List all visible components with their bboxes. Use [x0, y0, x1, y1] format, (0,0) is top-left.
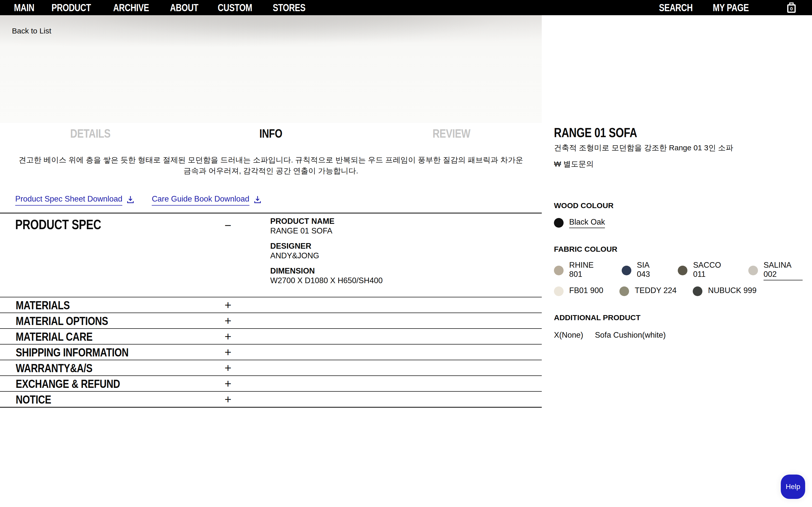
expand-icon[interactable]: +: [224, 299, 232, 311]
swatch-label: FB01 900: [569, 286, 603, 297]
download-links: Product Spec Sheet Download Care Guide B…: [15, 194, 542, 206]
accordion-row-exchange-refund[interactable]: EXCHANGE & REFUND +: [0, 376, 542, 391]
tab-review[interactable]: REVIEW: [361, 126, 542, 140]
colour-swatch-dot: [622, 266, 631, 275]
back-to-list-link[interactable]: Back to List: [12, 26, 51, 35]
wood-swatch-black-oak[interactable]: Black Oak: [554, 218, 605, 228]
fabric-swatch-sia-043[interactable]: SIA 043: [622, 261, 662, 280]
spec-field: PRODUCT NAME RANGE 01 SOFA: [270, 217, 383, 236]
nav-right-group: SEARCH MY PAGE 0: [659, 1, 797, 14]
accordion-row-materials[interactable]: MATERIALS +: [0, 297, 542, 313]
nav-item-my-page[interactable]: MY PAGE: [713, 2, 758, 13]
spec-field-value: ANDY&JONG: [270, 251, 383, 261]
accordion-section-product-spec[interactable]: PRODUCT SPEC − PRODUCT NAME RANGE 01 SOF…: [0, 213, 542, 297]
swatch-label: SALINA 002: [764, 261, 803, 280]
cart-button[interactable]: 0: [785, 1, 797, 14]
additional-product-options: X(None) Sofa Cushion(white): [554, 331, 803, 340]
wood-colour-heading: WOOD COLOUR: [554, 201, 803, 210]
accordion-row-material-options[interactable]: MATERIAL OPTIONS +: [0, 313, 542, 328]
colour-swatch-dot: [748, 266, 758, 275]
top-navigation: MAIN PRODUCT ARCHIVE ABOUT CUSTOM STORES…: [0, 0, 812, 15]
swatch-label: Black Oak: [569, 218, 605, 228]
nav-item-main[interactable]: MAIN: [14, 2, 39, 13]
accordion-row-material-care[interactable]: MATERIAL CARE +: [0, 328, 542, 344]
nav-item-search[interactable]: SEARCH: [659, 2, 701, 13]
fabric-swatch-salina-002[interactable]: SALINA 002: [748, 261, 803, 280]
nav-item-custom[interactable]: CUSTOM: [218, 2, 261, 13]
fabric-swatch-rhine-801[interactable]: RHINE 801: [554, 261, 605, 280]
colour-swatch-dot: [693, 286, 702, 296]
additional-option-sofa-cushion[interactable]: Sofa Cushion(white): [595, 331, 666, 340]
download-icon: [126, 195, 135, 204]
accordion-row-shipping-information[interactable]: SHIPPING INFORMATION +: [0, 344, 542, 360]
accordion-row-warranty-as[interactable]: WARRANTY&A/S +: [0, 360, 542, 376]
expand-icon[interactable]: +: [224, 315, 232, 327]
colour-swatch-dot: [554, 266, 564, 275]
colour-swatch-dot: [678, 266, 688, 275]
help-button[interactable]: Help: [781, 474, 805, 499]
product-title: RANGE 01 SOFA: [554, 125, 637, 140]
swatch-label: SACCO 011: [693, 261, 732, 280]
spec-field-label: PRODUCT NAME: [270, 217, 383, 226]
spec-field-label: DIMENSION: [270, 266, 383, 276]
swatch-label: NUBUCK 999: [708, 286, 756, 297]
product-spec-details: PRODUCT NAME RANGE 01 SOFA DESIGNER ANDY…: [270, 217, 383, 291]
tab-info[interactable]: INFO: [181, 126, 361, 140]
fabric-swatch-teddy-224[interactable]: TEDDY 224: [619, 286, 676, 297]
nav-item-about[interactable]: ABOUT: [170, 2, 206, 13]
svg-text:0: 0: [790, 6, 793, 11]
download-icon: [253, 195, 262, 204]
fabric-swatch-fb01-900[interactable]: FB01 900: [554, 286, 603, 297]
nav-item-archive[interactable]: ARCHIVE: [113, 2, 158, 13]
fabric-swatch-sacco-011[interactable]: SACCO 011: [678, 261, 732, 280]
colour-swatch-dot: [554, 218, 564, 228]
download-link-spec-sheet[interactable]: Product Spec Sheet Download: [15, 194, 135, 206]
spec-field-label: DESIGNER: [270, 241, 383, 251]
expand-icon[interactable]: +: [224, 331, 232, 342]
fabric-swatch-nubuck-999[interactable]: NUBUCK 999: [693, 286, 756, 297]
product-description: 견고한 베이스 위에 층을 쌓은 듯한 형태로 절제된 모던함을 드러내는 소파…: [16, 154, 526, 176]
colour-swatch-dot: [619, 286, 629, 296]
fabric-colour-heading: FABRIC COLOUR: [554, 245, 803, 253]
swatch-label: TEDDY 224: [635, 286, 676, 297]
additional-product-heading: ADDITIONAL PRODUCT: [554, 313, 803, 322]
spec-field-value: W2700 X D1080 X H650/SH400: [270, 276, 383, 285]
nav-item-stores[interactable]: STORES: [273, 2, 314, 13]
detail-tabs: DETAILS INFO REVIEW: [0, 125, 542, 141]
info-accordion: PRODUCT SPEC − PRODUCT NAME RANGE 01 SOF…: [0, 213, 542, 408]
expand-icon[interactable]: +: [224, 393, 232, 405]
colour-swatch-dot: [554, 286, 564, 296]
expand-icon[interactable]: +: [224, 346, 232, 358]
product-detail-left-column: Back to List DETAILS INFO REVIEW 견고한 베이스…: [0, 15, 542, 408]
download-link-care-guide[interactable]: Care Guide Book Download: [152, 194, 262, 206]
spec-field: DIMENSION W2700 X D1080 X H650/SH400: [270, 266, 383, 285]
nav-item-product[interactable]: PRODUCT: [52, 2, 101, 13]
shopping-bag-icon: 0: [785, 1, 797, 14]
product-price: ₩ 별도문의: [554, 159, 803, 169]
accordion-title-product-spec: PRODUCT SPEC: [15, 217, 101, 232]
tab-details[interactable]: DETAILS: [0, 126, 181, 140]
product-hero-image: Back to List: [0, 15, 542, 123]
product-subtitle: 건축적 조형미로 모던함을 강조한 Range 01 3인 소파: [554, 143, 803, 152]
spec-field-value: RANGE 01 SOFA: [270, 226, 383, 236]
additional-option-none[interactable]: X(None): [554, 331, 583, 340]
expand-icon[interactable]: +: [224, 362, 232, 374]
wood-colour-options: Black Oak: [554, 218, 803, 228]
nav-left-group: MAIN PRODUCT ARCHIVE ABOUT CUSTOM STORES: [14, 2, 314, 13]
spec-field: DESIGNER ANDY&JONG: [270, 241, 383, 261]
fabric-colour-options-row1: RHINE 801 SIA 043 SACCO 011 SALINA 002: [554, 261, 803, 280]
collapse-icon[interactable]: −: [224, 220, 232, 231]
swatch-label: RHINE 801: [569, 261, 605, 280]
accordion-rows: MATERIALS + MATERIAL OPTIONS + MATERIAL …: [0, 297, 542, 408]
purchase-panel: RANGE 01 SOFA 건축적 조형미로 모던함을 강조한 Range 01…: [554, 125, 803, 340]
swatch-label: SIA 043: [637, 261, 662, 280]
accordion-row-notice[interactable]: NOTICE +: [0, 391, 542, 407]
fabric-colour-options-row2: FB01 900 TEDDY 224 NUBUCK 999: [554, 286, 803, 297]
expand-icon[interactable]: +: [224, 378, 232, 389]
